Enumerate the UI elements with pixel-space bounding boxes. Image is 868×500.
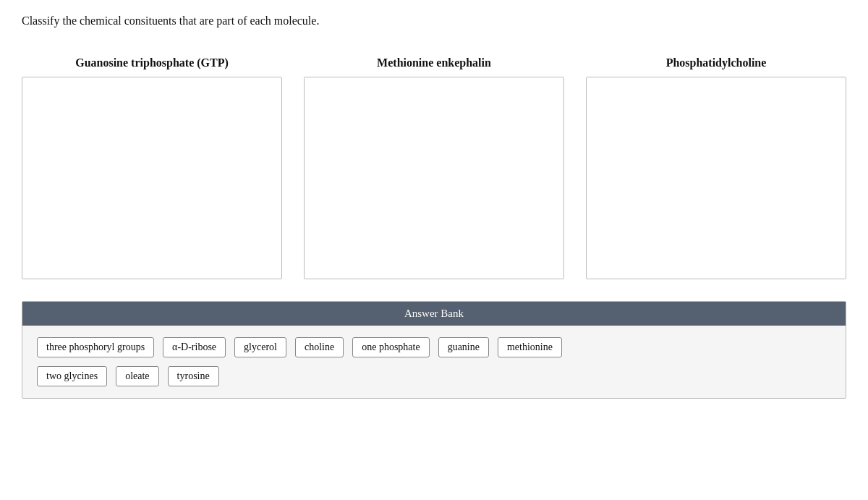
instruction-text: Classify the chemical consituents that a…	[22, 14, 846, 27]
answer-bank-section: Answer Bank three phosphoryl groupsα-D-r…	[22, 301, 846, 399]
molecule-drop-zone-gtp[interactable]	[22, 77, 282, 279]
molecule-column-phosphatidylcholine: Phosphatidylcholine	[586, 56, 846, 279]
molecule-column-gtp: Guanosine triphosphate (GTP)	[22, 56, 282, 279]
answer-bank-header: Answer Bank	[22, 302, 846, 326]
answer-chip-choline[interactable]: choline	[295, 337, 344, 357]
answer-chip-two-glycines[interactable]: two glycines	[37, 366, 107, 386]
answer-chip-guanine[interactable]: guanine	[438, 337, 489, 357]
molecule-drop-zone-methionine-enkephalin[interactable]	[304, 77, 564, 279]
molecules-row: Guanosine triphosphate (GTP)Methionine e…	[22, 56, 846, 279]
molecule-title-methionine-enkephalin: Methionine enkephalin	[377, 56, 491, 69]
answer-chip-one-phosphate[interactable]: one phosphate	[352, 337, 429, 357]
answer-bank-row-2: two glycinesoleatetyrosine	[37, 366, 831, 386]
molecule-column-methionine-enkephalin: Methionine enkephalin	[304, 56, 564, 279]
answer-chip-α-d-ribose[interactable]: α-D-ribose	[163, 337, 226, 357]
answer-chip-tyrosine[interactable]: tyrosine	[168, 366, 219, 386]
answer-bank-body: three phosphoryl groupsα-D-riboseglycero…	[22, 326, 846, 398]
answer-chip-methionine[interactable]: methionine	[498, 337, 562, 357]
answer-chip-three-phosphoryl-groups[interactable]: three phosphoryl groups	[37, 337, 154, 357]
answer-chip-oleate[interactable]: oleate	[116, 366, 158, 386]
molecule-drop-zone-phosphatidylcholine[interactable]	[586, 77, 846, 279]
answer-bank-row-1: three phosphoryl groupsα-D-riboseglycero…	[37, 337, 831, 357]
answer-chip-glycerol[interactable]: glycerol	[234, 337, 286, 357]
molecule-title-gtp: Guanosine triphosphate (GTP)	[75, 56, 229, 69]
molecule-title-phosphatidylcholine: Phosphatidylcholine	[666, 56, 767, 69]
